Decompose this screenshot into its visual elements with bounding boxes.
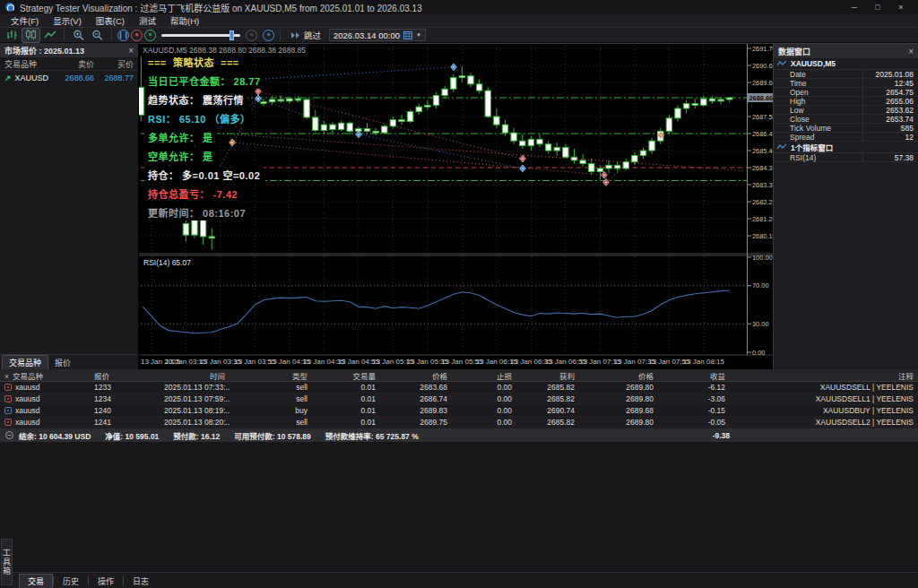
summary-segment: 可用预付款: 10 578.89: [234, 432, 311, 441]
pause-button[interactable]: ❙❙: [117, 30, 129, 41]
table-header-cell[interactable]: 收益: [658, 370, 730, 381]
toolbox-vertical-tab[interactable]: 工具箱: [1, 539, 13, 585]
svg-text:2690.65: 2690.65: [752, 62, 773, 70]
indicator-section-row: 1个指标窗口: [774, 142, 918, 153]
table-header-cell[interactable]: 获利: [516, 370, 579, 381]
market-watch-close-icon[interactable]: ×: [128, 46, 134, 56]
date-value: 2026.03.14 00:00: [333, 30, 400, 40]
market-watch-tab[interactable]: 报价: [48, 356, 77, 369]
skip-to-end-button[interactable]: »: [263, 30, 274, 41]
table-row[interactable]: xauusd12402025.01.13 08:19:...buy0.01268…: [0, 405, 918, 417]
market-watch-tabs: 交易品种报价: [0, 354, 138, 369]
strategy-status-line: 空单允许： 是: [144, 148, 217, 164]
skip-button[interactable]: 跳过: [286, 29, 325, 41]
svg-text:2686.45: 2686.45: [752, 130, 773, 138]
table-header-cell[interactable]: 注释: [730, 370, 918, 381]
fast-forward-button-disabled: »: [246, 30, 257, 41]
chart-window[interactable]: 2691.702690.652689.602688.552687.502686.…: [139, 43, 773, 369]
svg-text:2689.60: 2689.60: [752, 79, 773, 87]
menu-item[interactable]: 文件(F): [4, 14, 46, 27]
table-header-cell[interactable]: 价格: [380, 370, 452, 381]
svg-text:2683.30: 2683.30: [752, 181, 773, 189]
toolbox-tabs: 交易历史操作日志: [0, 572, 918, 588]
menu-item[interactable]: 图表(C): [89, 14, 132, 27]
market-watch-columns: 交易品种 卖价 买价: [0, 57, 138, 71]
strategy-status-line: 多单允许： 是: [144, 129, 217, 145]
data-window-close-icon[interactable]: ×: [908, 47, 914, 56]
close-button[interactable]: ×: [889, 3, 913, 12]
fast-forward-icon: [290, 31, 301, 39]
table-header-cell[interactable]: ×交易品种: [0, 370, 90, 381]
menu-item[interactable]: 帮助(H): [163, 14, 206, 27]
strategy-status-line: 趋势状态： 震荡行情: [144, 91, 247, 108]
trades-table-header: ×交易品种报价时间类型交易量价格止损获利价格收益注释: [0, 369, 918, 382]
bar-chart-button[interactable]: [4, 29, 21, 42]
candlestick-chart-icon: [25, 30, 37, 40]
app-icon: [5, 3, 14, 12]
summary-segment: 预付款: 16.12: [173, 432, 220, 441]
bar-chart-icon: [6, 30, 18, 40]
zoom-out-button[interactable]: [89, 29, 106, 42]
summary-segment: 结余: 10 604.39 USD: [19, 432, 91, 441]
data-window-title: 数据窗口: [778, 46, 810, 57]
toolbox-panel: ×交易品种报价时间类型交易量价格止损获利价格收益注释 xauusd1233202…: [0, 369, 918, 572]
svg-text:30.00: 30.00: [752, 320, 769, 328]
table-row[interactable]: xauusd12342025.01.13 07:59:...sell0.0126…: [0, 393, 918, 405]
speed-slider[interactable]: [161, 30, 240, 41]
data-window-row: RSI(14)57.38: [774, 153, 918, 162]
market-watch-tab[interactable]: 交易品种: [3, 356, 48, 369]
zoom-in-icon: [73, 30, 84, 41]
sell-order-icon: [4, 419, 12, 426]
table-header-cell[interactable]: 时间: [160, 370, 230, 381]
svg-text:2685.40: 2685.40: [752, 147, 773, 155]
toolbox-tab-1[interactable]: 交易: [20, 575, 52, 588]
chevron-down-icon: ▼: [416, 32, 421, 38]
table-header-cell[interactable]: 类型: [230, 370, 312, 381]
svg-text:2688.66: 2688.66: [749, 94, 774, 102]
data-window-row: Open2654.75: [774, 88, 918, 97]
line-chart-button[interactable]: [41, 29, 58, 42]
minimize-button[interactable]: ─: [843, 3, 866, 12]
account-summary-bar: − 结余: 10 604.39 USD净值: 10 595.01预付款: 16.…: [0, 428, 918, 442]
strategy-status-overlay: === 策略状态 ===当日已平仓金额： 28.77趋势状态： 震荡行情RSI：…: [144, 54, 264, 223]
zoom-in-button[interactable]: [70, 29, 87, 42]
data-window-row: Spread12: [774, 133, 918, 142]
candlestick-chart-button[interactable]: [22, 29, 39, 42]
market-watch-title: 市场报价 : 2025.01.13: [4, 45, 84, 56]
table-row[interactable]: xauusd12332025.01.13 07:33:...sell0.0126…: [0, 382, 918, 393]
svg-text:100.00: 100.00: [752, 254, 773, 262]
slider-handle[interactable]: [230, 30, 234, 40]
chart-line-icon: [777, 60, 787, 67]
data-window-row: Low2653.62: [774, 106, 918, 115]
table-header-cell[interactable]: 交易量: [312, 370, 380, 381]
data-window-row: High2655.06: [774, 97, 918, 106]
sell-order-icon: [4, 384, 12, 391]
menu-item[interactable]: 测试: [132, 14, 163, 27]
stop-button[interactable]: ●: [131, 30, 143, 41]
date-selector[interactable]: 2026.03.14 00:00 ▼: [329, 29, 426, 41]
strategy-status-line: 当日已平仓金额： 28.77: [144, 73, 264, 89]
svg-text:70.00: 70.00: [752, 281, 769, 290]
rewind-button[interactable]: «: [144, 30, 156, 41]
table-header-cell[interactable]: 价格: [579, 370, 658, 381]
menu-item[interactable]: 显示(V): [46, 14, 89, 27]
table-header-cell[interactable]: 报价: [90, 370, 160, 381]
data-window-row: Time12:45: [774, 79, 918, 88]
strategy-status-line: RSI： 65.10 （偏多）: [144, 110, 254, 126]
market-watch-row[interactable]: ↗XAUUSD2688.662688.77: [0, 71, 138, 84]
title-bar: Strategy Tester Visualization : 过滤马丁飞机群公…: [0, 0, 918, 14]
toolbox-tab-3[interactable]: 操作: [90, 575, 122, 588]
svg-text:2691.70: 2691.70: [752, 45, 773, 53]
buy-order-icon: [4, 407, 12, 414]
toolbox-tab-2[interactable]: 历史: [55, 575, 87, 588]
strategy-status-line: 更新时间： 08:16:07: [144, 204, 249, 220]
toolbox-tab-4[interactable]: 日志: [125, 575, 157, 588]
maximize-button[interactable]: □: [866, 3, 889, 12]
table-row[interactable]: xauusd12412025.01.13 08:20:...sell0.0126…: [0, 417, 918, 428]
collapse-icon[interactable]: −: [5, 431, 13, 439]
skip-button-label: 跳过: [304, 29, 321, 41]
table-close-icon[interactable]: ×: [4, 372, 9, 381]
table-header-cell[interactable]: 止损: [452, 370, 516, 381]
up-arrow-icon: ↗: [4, 74, 12, 82]
data-window-symbol: XAUUSD,M5: [791, 59, 836, 68]
